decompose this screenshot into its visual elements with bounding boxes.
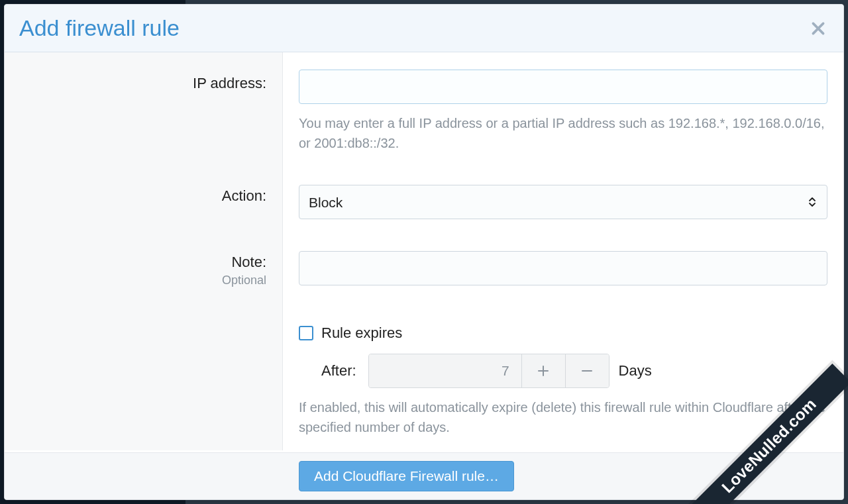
label-text: Note: (18, 254, 266, 271)
plus-icon (537, 364, 550, 378)
footer-spacer (5, 461, 283, 491)
row-expires: Rule expires After: Days If (5, 301, 843, 450)
expires-help-text: If enabled, this will automatically expi… (299, 397, 827, 437)
label-expires-empty (5, 301, 283, 450)
note-input[interactable] (299, 251, 827, 285)
label-ip-address: IP address: (5, 52, 283, 166)
close-icon (810, 20, 827, 37)
label-text: IP address: (18, 75, 266, 92)
action-select-wrap: Block (299, 185, 827, 219)
rule-expires-row: Rule expires (299, 325, 827, 342)
modal-title: Add firewall rule (19, 15, 180, 41)
modal-body: IP address: You may enter a full IP addr… (5, 52, 843, 452)
field-ip-address: You may enter a full IP address or a par… (283, 52, 843, 166)
ip-address-input[interactable] (299, 70, 827, 104)
label-action: Action: (5, 166, 283, 232)
add-firewall-rule-button[interactable]: Add Cloudflare Firewall rule… (299, 461, 514, 491)
row-action: Action: Block (5, 166, 843, 232)
decrement-button[interactable] (565, 354, 609, 387)
days-input[interactable] (369, 354, 521, 387)
footer-actions: Add Cloudflare Firewall rule… (283, 461, 843, 491)
field-action: Block (283, 166, 843, 232)
row-ip-address: IP address: You may enter a full IP addr… (5, 52, 843, 166)
label-text: Action: (18, 187, 266, 205)
after-row: After: Days (299, 354, 827, 388)
add-firewall-rule-modal: Add firewall rule IP address: You may en… (4, 4, 844, 500)
field-expires: Rule expires After: Days If (283, 301, 843, 450)
field-note (283, 232, 843, 301)
rule-expires-label: Rule expires (321, 325, 402, 342)
modal-header: Add firewall rule (5, 5, 843, 52)
ip-help-text: You may enter a full IP address or a par… (299, 113, 827, 153)
after-label: After: (321, 362, 356, 379)
action-select[interactable]: Block (299, 185, 827, 219)
row-note: Note: Optional (5, 232, 843, 301)
label-optional: Optional (18, 274, 266, 287)
modal-footer: Add Cloudflare Firewall rule… (5, 452, 843, 499)
close-button[interactable] (808, 18, 829, 39)
minus-icon (580, 364, 594, 378)
days-unit-label: Days (619, 362, 652, 379)
days-stepper (368, 354, 610, 388)
label-note: Note: Optional (5, 232, 283, 301)
increment-button[interactable] (521, 354, 565, 387)
rule-expires-checkbox[interactable] (299, 326, 313, 340)
